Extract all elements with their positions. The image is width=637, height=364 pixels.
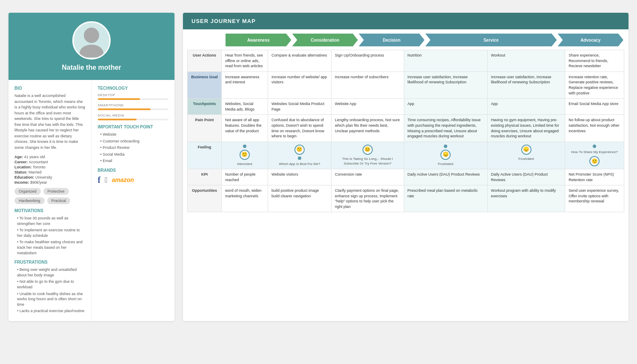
- stage-advocacy: Advocacy: [558, 34, 624, 46]
- pp-cell-4: Time consuming recipes, Affordability is…: [404, 115, 487, 142]
- pp-cell-3: Lengthy onboarding process, Not sure whi…: [331, 115, 404, 142]
- apple-icon: : [105, 176, 108, 185]
- brands-row: f  amazon: [98, 175, 169, 185]
- pp-cell-6: No follow-up about product satisfaction,…: [565, 115, 624, 142]
- feeling-note-1: Interested: [237, 162, 252, 166]
- opp-cell-5: Workout program with ability to modify e…: [487, 185, 565, 212]
- age-label: Age:: [14, 155, 23, 159]
- tp-cell-2: Websites Social Media Product Page: [268, 99, 331, 115]
- tech-smartphone-label: SMARTPHONE: [98, 103, 169, 107]
- feeling-note-top-6: How To Share My Experience?: [571, 150, 618, 154]
- persona-header: Natalie the mother: [9, 13, 174, 80]
- tags-row: Organized Protective Hardworking Practic…: [14, 188, 86, 204]
- frustration-item: Not able to go to the gym due to workloa…: [17, 279, 86, 290]
- pp-cell-1: Not aware of all app features. Doubles t…: [222, 115, 268, 142]
- feeling-note-4: Frustrated: [438, 162, 453, 166]
- kpi-cell-5: Daily Active Users (DAU) Product Reviews: [487, 169, 565, 185]
- emotion-happy-6: 🙂: [589, 156, 600, 166]
- bio-title: BIO: [14, 86, 86, 91]
- frustration-item: Lacks a practical exercise plan/routine: [17, 308, 86, 314]
- opp-cell-1: word of mouth, widen marketing channels: [222, 185, 268, 212]
- feeling-dot-2: [298, 156, 301, 160]
- bg-cell-1: Increase awareness and interest: [222, 71, 268, 98]
- frustrations-list: Being over weight and unsatisfied about …: [14, 267, 86, 314]
- bg-cell-2: Increase number of website/ app visitors: [268, 71, 331, 98]
- tp-cell-3: Website App: [331, 99, 404, 115]
- location-label: Location:: [14, 165, 32, 169]
- touchpoint-item: Product Review: [100, 145, 169, 151]
- opp-cell-6: Send user experience survey, Offer invit…: [565, 185, 624, 212]
- motivations-list: To lose 30 pounds as well as strengthen …: [14, 216, 86, 256]
- stage-decision: Decision: [359, 34, 425, 46]
- pp-cell-5: Having no gym equipment, Having pre-exis…: [487, 115, 565, 142]
- avatar: [72, 21, 111, 60]
- tp-cell-4: App: [404, 99, 487, 115]
- journey-table: User Actions Hear from friends, see offl…: [187, 50, 624, 212]
- user-actions-row: User Actions Hear from friends, see offl…: [188, 50, 624, 72]
- frustrations-title: FRUSTRATIONS: [14, 260, 86, 264]
- business-goal-label: Business Goal: [188, 71, 222, 98]
- journey-header: USER JOURNEY MAP: [183, 13, 628, 29]
- opp-cell-4: Prescribed meal plan based on metabolic …: [404, 185, 487, 212]
- career-label: Career:: [14, 160, 28, 164]
- bg-cell-5: Increase user satisfaction, Increase lik…: [487, 71, 565, 98]
- tag-organized: Organized: [14, 188, 41, 195]
- journey-content: Awareness Consideration Decision Service…: [183, 29, 628, 216]
- ua-cell-6: Share experience, Recommend to friends, …: [565, 50, 624, 72]
- career-value: Accountant: [29, 160, 48, 164]
- feeling-cell-2: 🙁 Which App Is Best For Me?: [268, 142, 331, 169]
- touchpoint-item: Customer onboarding: [100, 139, 169, 144]
- stages-row: Awareness Consideration Decision Service…: [226, 34, 624, 46]
- emotion-neutral-3: 😐: [363, 145, 373, 155]
- touchpoint-item: Social Media: [100, 152, 169, 157]
- persona-name: Natalie the mother: [62, 64, 121, 71]
- tag-practical: Practical: [47, 197, 71, 204]
- tech-smartphone: SMARTPHONE: [98, 103, 169, 110]
- stage-service: Service: [426, 34, 557, 46]
- kpi-row: KPI Number of people reached Website vis…: [188, 169, 624, 185]
- ua-cell-2: Compare & evaluate alternatives: [268, 50, 331, 72]
- svg-point-1: [80, 45, 103, 57]
- age-value: 41 years old: [24, 155, 45, 159]
- facebook-icon: f: [98, 175, 101, 185]
- opportunities-row: Opportunities word of mouth, widen marke…: [188, 185, 624, 212]
- frustration-item: Being over weight and unsatisfied about …: [17, 267, 86, 278]
- touchpoint-item: Email: [100, 158, 169, 164]
- kpi-cell-4: Daily Active Users (DAU) Product Reviews: [404, 169, 487, 185]
- kpi-cell-1: Number of people reached: [222, 169, 268, 185]
- emotion-sad-2: 🙁: [294, 145, 305, 155]
- status-value: Married: [29, 170, 42, 174]
- amazon-icon: amazon: [112, 176, 134, 183]
- emotion-frustrated-4: 😞: [440, 150, 451, 160]
- brands-title: BRANDS: [98, 168, 169, 173]
- touchpoints-row: Touchpoints Websites, Social Media ads, …: [188, 99, 624, 115]
- income-label: Income:: [14, 180, 29, 185]
- pain-point-row: Pain Point Not aware of all app features…: [188, 115, 624, 142]
- tp-cell-1: Websites, Social Media ads, Blogs: [222, 99, 268, 115]
- opp-cell-2: build positive product image build clear…: [268, 185, 331, 212]
- motivation-item: To lose 30 pounds as well as strengthen …: [17, 216, 86, 226]
- feeling-cell-4: 😞 Frustrated: [404, 142, 487, 169]
- tech-desktop-label: DESKTOP: [98, 93, 169, 97]
- kpi-cell-2: Website visitors: [268, 169, 331, 185]
- ua-cell-5: Workout: [487, 50, 565, 72]
- feeling-cell-5: 😞 Frustrated: [487, 142, 565, 169]
- persona-right-col: TECHNOLOGY DESKTOP SMARTPHONE SOCIAL MED…: [92, 80, 175, 321]
- pain-point-label: Pain Point: [188, 115, 222, 142]
- ua-cell-3: Sign Up/Onboarding process: [331, 50, 404, 72]
- bio-text: Natalie is a well accomplished accountan…: [14, 93, 86, 151]
- pp-cell-2: Confused due to abundance of options, Do…: [268, 115, 331, 142]
- emotion-happy-1: 🙂: [240, 150, 250, 160]
- opportunities-label: Opportunities: [188, 185, 222, 212]
- bg-cell-3: Increase number of subscribers: [331, 71, 404, 98]
- touchpoints-list: Website Customer onboarding Product Revi…: [98, 132, 169, 164]
- tp-cell-6: Email Social Media App store: [565, 99, 624, 115]
- status-label: Status:: [14, 170, 28, 174]
- bg-cell-6: Increase retention rate, Generate positi…: [565, 71, 624, 98]
- user-actions-label: User Actions: [188, 50, 222, 72]
- touchpoints-title: IMPORTANT TOUCH POINT: [98, 125, 169, 129]
- emotion-frustrated-5: 😞: [521, 145, 531, 155]
- tp-cell-5: App: [487, 99, 565, 115]
- ua-cell-4: Nutrition: [404, 50, 487, 72]
- kpi-cell-3: Conversion rate: [331, 169, 404, 185]
